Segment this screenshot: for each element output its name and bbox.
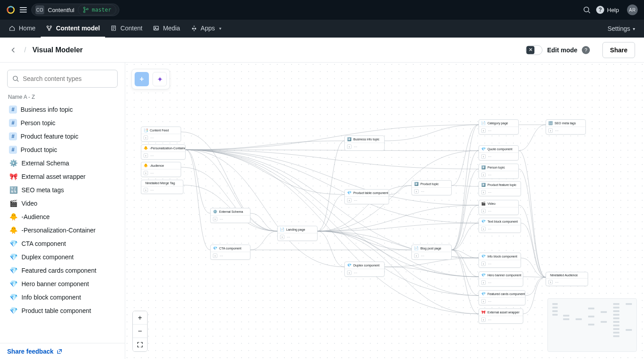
expand-icon[interactable]: › xyxy=(481,190,486,194)
more-icon[interactable]: ⋯ xyxy=(488,209,492,213)
content-type-item[interactable]: 💎Info block component xyxy=(7,291,118,304)
share-feedback-link[interactable]: Share feedback xyxy=(7,348,63,355)
more-icon[interactable]: ⋯ xyxy=(555,129,559,133)
content-type-item[interactable]: 💎Featured cards component xyxy=(7,264,118,277)
nav-content-model[interactable]: Content model xyxy=(41,20,105,38)
content-type-item[interactable]: 💎Duplex component xyxy=(7,250,118,264)
node-content-feed[interactable]: 📑Content Feed›⋯ xyxy=(141,127,181,142)
nav-settings[interactable]: Settings▾ xyxy=(602,20,640,38)
edit-mode-help-icon[interactable]: ? xyxy=(582,46,590,54)
expand-icon[interactable]: › xyxy=(481,227,486,231)
more-icon[interactable]: ⋯ xyxy=(488,281,492,285)
expand-icon[interactable]: › xyxy=(481,299,486,304)
expand-icon[interactable]: › xyxy=(481,128,486,133)
more-icon[interactable]: ⋯ xyxy=(421,190,425,194)
more-icon[interactable]: ⋯ xyxy=(488,190,492,194)
expand-icon[interactable]: › xyxy=(414,253,419,258)
node-product-topic[interactable]: #️⃣Product topic›⋯ xyxy=(411,180,452,195)
nav-home[interactable]: Home xyxy=(4,20,41,38)
canvas[interactable]: + ✦ + − 📑Content Feed›⋯🐥-Personaliz xyxy=(125,63,644,359)
more-icon[interactable]: ⋯ xyxy=(150,188,154,192)
node-business-info[interactable]: #️⃣Business info topic›⋯ xyxy=(344,135,385,151)
node-cta[interactable]: 💎CTA component›⋯ xyxy=(210,245,250,260)
content-type-item[interactable]: 🔣SEO meta tags xyxy=(7,183,118,197)
node-blog-post[interactable]: 📄Blog post page›⋯ xyxy=(411,245,452,260)
add-node-button[interactable]: + xyxy=(135,72,149,86)
node-hero[interactable]: 💎Hero banner component›⋯ xyxy=(479,271,523,287)
search-input-wrapper[interactable] xyxy=(7,70,118,88)
nav-apps[interactable]: Apps▾ xyxy=(186,20,227,38)
expand-icon[interactable]: › xyxy=(481,262,486,266)
user-avatar[interactable]: AR xyxy=(627,4,638,15)
content-type-item[interactable]: #Person topic xyxy=(7,116,118,130)
share-button[interactable]: Share xyxy=(602,42,635,58)
node-ext-asset[interactable]: 🎀External asset wrapper›⋯ xyxy=(479,308,523,324)
more-icon[interactable]: ⋯ xyxy=(150,154,154,158)
expand-icon[interactable]: › xyxy=(481,154,486,159)
more-icon[interactable]: ⋯ xyxy=(488,155,492,159)
search-icon[interactable] xyxy=(582,5,592,15)
zoom-out-button[interactable]: − xyxy=(133,325,147,338)
more-icon[interactable]: ⋯ xyxy=(220,217,224,221)
node-infoblock[interactable]: 💎Info block component›⋯ xyxy=(479,253,521,268)
more-icon[interactable]: ⋯ xyxy=(354,145,358,149)
more-icon[interactable]: ⋯ xyxy=(354,271,358,275)
node-person[interactable]: #️⃣Person topic›⋯ xyxy=(479,164,519,179)
nav-content[interactable]: Content xyxy=(105,20,148,38)
node-external-schema[interactable]: ⚙️External Schema›⋯ xyxy=(210,208,250,223)
expand-icon[interactable]: › xyxy=(144,171,148,175)
expand-icon[interactable]: › xyxy=(481,209,486,213)
expand-icon[interactable]: › xyxy=(414,189,419,194)
nav-media[interactable]: Media xyxy=(148,20,185,38)
node-featured[interactable]: 💎Featured cards component›⋯ xyxy=(479,290,525,305)
expand-icon[interactable]: › xyxy=(548,280,553,284)
expand-icon[interactable]: › xyxy=(481,280,486,285)
more-icon[interactable]: ⋯ xyxy=(488,129,492,133)
expand-icon[interactable]: › xyxy=(213,253,217,258)
expand-icon[interactable]: › xyxy=(144,135,148,140)
expand-icon[interactable]: › xyxy=(481,173,486,177)
node-textblock[interactable]: 💎Text block component›⋯ xyxy=(479,218,521,233)
node-seo[interactable]: 🔣SEO meta tags›⋯ xyxy=(546,119,586,135)
node-product-table[interactable]: 💎Product table component›⋯ xyxy=(344,189,389,204)
more-icon[interactable]: ⋯ xyxy=(220,254,224,258)
node-merge-tag[interactable]: Ninetailed Merge Tag›⋯ xyxy=(141,180,183,194)
ai-sparkle-button[interactable]: ✦ xyxy=(153,72,167,86)
more-icon[interactable]: ⋯ xyxy=(488,318,492,322)
content-type-item[interactable]: #Business info topic xyxy=(7,103,118,116)
expand-icon[interactable]: › xyxy=(481,317,486,322)
node-landing[interactable]: 📄Landing page›⋯ xyxy=(277,226,318,241)
more-icon[interactable]: ⋯ xyxy=(421,254,425,258)
expand-icon[interactable]: › xyxy=(280,235,284,239)
more-icon[interactable]: ⋯ xyxy=(488,173,492,177)
menu-icon[interactable] xyxy=(20,7,27,13)
back-button[interactable] xyxy=(9,46,18,55)
branch-chip[interactable]: master xyxy=(78,4,116,15)
more-icon[interactable]: ⋯ xyxy=(150,136,154,140)
zoom-in-button[interactable]: + xyxy=(133,311,147,325)
content-type-item[interactable]: 💎Hero banner component xyxy=(7,277,118,291)
expand-icon[interactable]: › xyxy=(213,217,217,221)
content-type-item[interactable]: 🐥-Personalization-Container xyxy=(7,224,118,237)
more-icon[interactable]: ⋯ xyxy=(488,300,492,304)
edit-mode-toggle[interactable]: ✕ xyxy=(525,45,542,55)
more-icon[interactable]: ⋯ xyxy=(555,280,559,284)
more-icon[interactable]: ⋯ xyxy=(354,199,358,203)
content-type-item[interactable]: 💎Product table component xyxy=(7,304,118,317)
more-icon[interactable]: ⋯ xyxy=(287,235,291,239)
expand-icon[interactable]: › xyxy=(144,153,148,158)
content-type-item[interactable]: ⚙️External Schema xyxy=(7,156,118,170)
expand-icon[interactable]: › xyxy=(347,270,352,275)
fit-view-button[interactable] xyxy=(133,338,147,351)
expand-icon[interactable]: › xyxy=(548,128,553,133)
more-icon[interactable]: ⋯ xyxy=(488,262,492,266)
search-input[interactable] xyxy=(23,75,113,82)
node-duplex[interactable]: 💎Duplex component›⋯ xyxy=(344,262,385,277)
content-type-item[interactable]: #Product topic xyxy=(7,143,118,156)
content-type-item[interactable]: 💎CTA component xyxy=(7,237,118,250)
expand-icon[interactable]: › xyxy=(347,144,352,149)
content-type-item[interactable]: #Product feature topic xyxy=(7,130,118,143)
node-nt-audience[interactable]: Ninetailed Audience›⋯ xyxy=(546,272,588,286)
node-audience[interactable]: 🐥-Audience›⋯ xyxy=(141,162,181,177)
org-switcher[interactable]: CO Contentful master xyxy=(31,4,119,16)
